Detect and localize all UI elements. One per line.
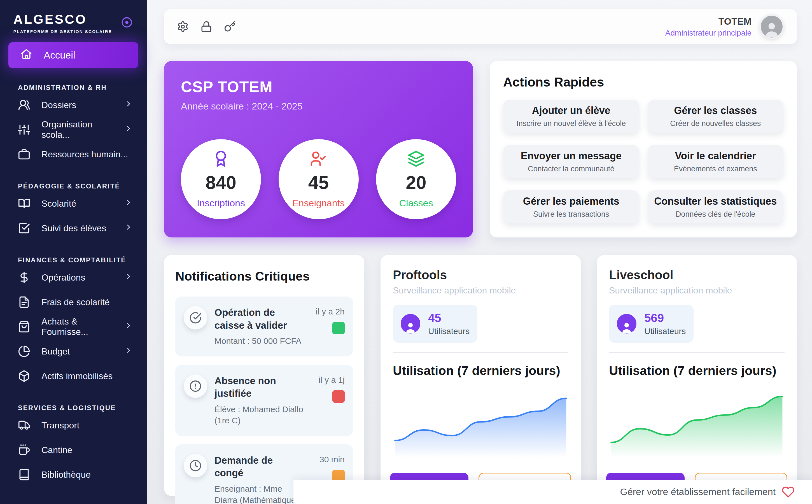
book-icon xyxy=(18,468,30,481)
sidebar-item-label: Bibliothèque xyxy=(41,470,91,480)
sidebar-item-label: Budget xyxy=(41,346,70,357)
action-title: Gérer les classes xyxy=(674,105,757,116)
manage-payments-button[interactable]: Gérer les paiements Suivre les transacti… xyxy=(503,190,639,223)
notification-title: Opération de caisse à valider xyxy=(214,306,303,332)
sidebar-item-accueil[interactable]: Accueil xyxy=(8,42,138,68)
manage-classes-button[interactable]: Gérer les classes Créer de nouvelles cla… xyxy=(648,100,784,133)
sidebar-item-label: Frais de scolarité xyxy=(41,297,110,307)
notification-item-caisse[interactable]: Opération de caisse à valider Montant : … xyxy=(175,297,353,356)
settings-icon[interactable] xyxy=(177,21,189,32)
user-icon xyxy=(401,314,420,333)
sidebar-item-suivi-eleves[interactable]: Suivi des élèves xyxy=(0,216,147,241)
sidebar-item-transport[interactable]: Transport xyxy=(0,413,147,438)
dollar-icon xyxy=(18,271,30,284)
sidebar-item-scolarite[interactable]: Scolarité xyxy=(0,191,147,216)
status-badge xyxy=(332,322,345,334)
divider xyxy=(393,352,568,353)
sidebar-item-ressources-humaines[interactable]: Ressources humain... xyxy=(0,142,147,167)
sidebar-item-dossiers[interactable]: Dossiers xyxy=(0,93,147,117)
key-icon[interactable] xyxy=(224,21,236,32)
user-name: TOTEM xyxy=(665,16,752,27)
check-circle-icon xyxy=(184,306,207,330)
notification-title: Absence non justifiée xyxy=(214,374,303,400)
action-title: Gérer les paiements xyxy=(523,195,619,207)
stat-label: Inscriptions xyxy=(197,198,245,209)
sidebar-item-achats-fournisseurs[interactable]: Achats & Fournisse... xyxy=(0,314,147,339)
divider xyxy=(181,126,456,126)
avatar[interactable] xyxy=(759,14,784,39)
action-subtitle: Inscrire un nouvel élève à l'école xyxy=(516,119,626,128)
view-calendar-button[interactable]: Voir le calendrier Événements et examens xyxy=(648,145,784,178)
quick-actions-card: Actions Rapides Ajouter un élève Inscrir… xyxy=(490,61,797,237)
notification-subtitle: Montant : 50 000 FCFA xyxy=(214,335,303,347)
sidebar-item-label: Transport xyxy=(41,420,80,431)
check-square-icon xyxy=(18,222,30,234)
usage-chart xyxy=(609,389,785,464)
truck-icon xyxy=(18,419,30,431)
notification-subtitle: Enseignant : Mme Diarra (Mathématiques) xyxy=(214,483,303,504)
notifications-title: Notifications Critiques xyxy=(175,269,353,284)
chevron-right-icon xyxy=(124,346,133,357)
stat-value: 20 xyxy=(406,172,426,193)
stat-value: 45 xyxy=(308,172,329,193)
lock-icon[interactable] xyxy=(200,21,212,32)
notifications-card: Notifications Critiques Opération de cai… xyxy=(164,255,364,496)
add-student-button[interactable]: Ajouter un élève Inscrire un nouvel élèv… xyxy=(503,100,639,133)
users-badge: 45 Utilisateurs xyxy=(393,305,477,343)
sidebar-item-cantine[interactable]: Cantine xyxy=(0,438,147,462)
clock-icon xyxy=(184,454,207,477)
box-icon xyxy=(18,370,30,382)
action-subtitle: Contacter la communauté xyxy=(528,165,614,173)
action-title: Envoyer un message xyxy=(521,150,622,162)
app-title: Proftools xyxy=(393,268,568,282)
quick-actions-title: Actions Rapides xyxy=(503,74,783,90)
alert-circle-icon xyxy=(184,374,207,398)
book-open-icon xyxy=(18,197,30,210)
school-year: Année scolaire : 2024 - 2025 xyxy=(181,101,456,112)
notification-title: Demande de congé xyxy=(214,454,303,479)
footer-text: Gérer votre établissement facilement xyxy=(620,486,776,497)
app-title: Liveschool xyxy=(609,268,785,282)
user-icon xyxy=(617,314,636,333)
sidebar-item-budget[interactable]: Budget xyxy=(0,339,147,364)
sidebar-item-bibliotheque[interactable]: Bibliothèque xyxy=(0,462,147,487)
usage-heading: Utilisation (7 derniers jours) xyxy=(393,363,568,378)
notification-subtitle: Élève : Mohamed Diallo (1re C) xyxy=(214,404,303,426)
chevron-right-icon xyxy=(124,124,133,135)
logo-title: ALGESCO xyxy=(13,12,112,27)
sidebar-item-label: Ressources humain... xyxy=(41,149,128,160)
sidebar-item-organisation-scolaire[interactable]: Organisation scola... xyxy=(0,117,147,142)
sidebar-section-administration: ADMINISTRATION & RH xyxy=(18,84,147,92)
users-count: 569 xyxy=(644,311,686,325)
sidebar-item-label: Accueil xyxy=(44,50,75,61)
chevron-right-icon xyxy=(124,223,133,234)
view-statistics-button[interactable]: Consulter les statistiques Données clés … xyxy=(648,190,784,223)
award-icon xyxy=(212,150,230,167)
user-menu[interactable]: TOTEM Administrateur principale xyxy=(665,14,784,39)
heart-icon xyxy=(782,486,795,498)
stat-label: Enseignants xyxy=(292,198,345,209)
notification-item-absence[interactable]: Absence non justifiée Élève : Mohamed Di… xyxy=(175,365,353,436)
sidebar-item-actifs-immobilises[interactable]: Actifs immobilisés xyxy=(0,364,147,388)
sliders-icon xyxy=(18,123,30,136)
coffee-icon xyxy=(18,444,30,456)
app-subtitle: Surveillance application mobile xyxy=(393,285,568,296)
action-title: Ajouter un élève xyxy=(532,105,610,116)
users-badge: 569 Utilisateurs xyxy=(609,305,694,343)
action-subtitle: Données clés de l'école xyxy=(676,210,755,219)
stat-classes: 20 Classes xyxy=(376,139,456,219)
sidebar-section-finances: FINANCES & COMPTABILITÉ xyxy=(18,256,147,264)
logo: ALGESCO PLATEFORME DE GESTION SCOLAIRE xyxy=(0,0,147,42)
logo-tagline: PLATEFORME DE GESTION SCOLAIRE xyxy=(13,29,112,34)
sidebar-item-frais-scolarite[interactable]: Frais de scolarité xyxy=(0,290,147,314)
briefcase-icon xyxy=(18,148,30,160)
sidebar-item-label: Suivi des élèves xyxy=(41,223,106,234)
sidebar-item-operations[interactable]: Opérations xyxy=(0,265,147,290)
liveschool-card: Liveschool Surveillance application mobi… xyxy=(597,255,797,496)
topbar: TOTEM Administrateur principale xyxy=(164,9,797,44)
school-title: CSP TOTEM xyxy=(181,78,456,96)
send-message-button[interactable]: Envoyer un message Contacter la communau… xyxy=(503,145,639,178)
chevron-right-icon xyxy=(124,272,133,283)
users-label: Utilisateurs xyxy=(428,326,470,336)
home-icon xyxy=(20,48,32,62)
